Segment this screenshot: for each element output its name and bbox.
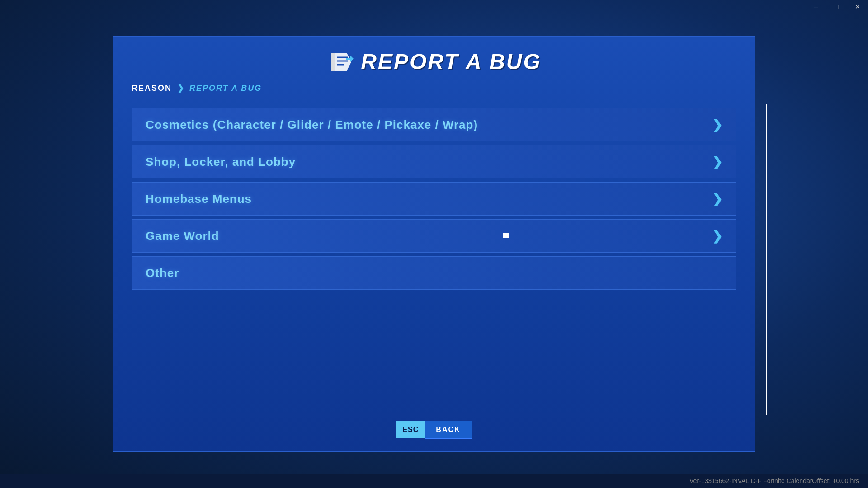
esc-badge: ESC bbox=[396, 421, 425, 438]
svg-marker-1 bbox=[331, 53, 335, 71]
window-titlebar: ─ □ ✕ bbox=[806, 0, 868, 14]
chevron-right-icon: ❯ bbox=[712, 192, 722, 206]
menu-list: Cosmetics (Character / Glider / Emote / … bbox=[132, 108, 736, 410]
menu-item-other-label: Other bbox=[146, 266, 179, 280]
menu-item-homebase[interactable]: Homebase Menus ❯ bbox=[132, 182, 736, 216]
menu-item-cosmetics-label: Cosmetics (Character / Glider / Emote / … bbox=[146, 118, 478, 132]
header-divider bbox=[123, 99, 745, 99]
page-title: REPORT A BUG bbox=[361, 49, 542, 74]
back-label: BACK bbox=[425, 421, 472, 439]
close-button[interactable]: ✕ bbox=[847, 0, 868, 14]
dialog-container: REPORT A BUG REASON ❯ REPORT A BUG Cosme… bbox=[113, 36, 755, 452]
minimize-button[interactable]: ─ bbox=[806, 0, 826, 14]
breadcrumb-reason: REASON bbox=[132, 84, 172, 93]
menu-item-cosmetics[interactable]: Cosmetics (Character / Glider / Emote / … bbox=[132, 108, 736, 141]
chevron-right-icon: ❯ bbox=[712, 117, 722, 132]
dialog-header: REPORT A BUG bbox=[113, 37, 755, 83]
back-section: ESC BACK bbox=[396, 410, 472, 451]
menu-item-homebase-label: Homebase Menus bbox=[146, 192, 252, 206]
menu-item-other[interactable]: Other bbox=[132, 256, 736, 290]
breadcrumb-current: REPORT A BUG bbox=[189, 84, 262, 93]
maximize-button[interactable]: □ bbox=[826, 0, 847, 14]
breadcrumb: REASON ❯ REPORT A BUG bbox=[113, 83, 755, 99]
version-text: Ver-13315662-INVALID-F Fortnite Calendar… bbox=[689, 477, 859, 484]
menu-item-gameworld-label: Game World bbox=[146, 229, 219, 243]
chevron-right-icon: ❯ bbox=[712, 155, 722, 169]
menu-item-shop[interactable]: Shop, Locker, and Lobby ❯ bbox=[132, 145, 736, 178]
menu-item-shop-label: Shop, Locker, and Lobby bbox=[146, 155, 296, 169]
breadcrumb-chevron-icon: ❯ bbox=[177, 83, 184, 93]
scrollbar[interactable] bbox=[766, 104, 767, 415]
menu-item-gameworld[interactable]: Game World ❯ bbox=[132, 219, 736, 253]
version-bar: Ver-13315662-INVALID-F Fortnite Calendar… bbox=[0, 474, 868, 488]
back-button[interactable]: ESC BACK bbox=[396, 421, 472, 439]
bug-report-icon bbox=[326, 51, 354, 73]
chevron-right-icon: ❯ bbox=[712, 229, 722, 244]
